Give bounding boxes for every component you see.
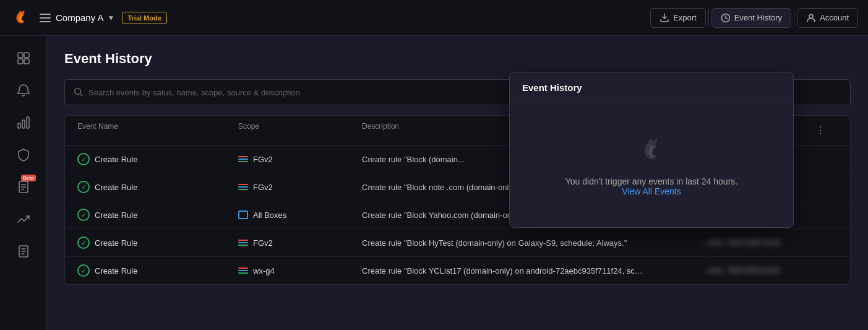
panel-logo-icon (635, 134, 668, 167)
svg-rect-9 (18, 123, 20, 128)
panel-title: Event History (510, 72, 793, 103)
event-name-cell: ✓ Create Rule (77, 237, 238, 249)
svg-rect-1 (40, 17, 51, 19)
col-scope: Scope (238, 122, 362, 139)
list-icon (18, 180, 29, 194)
success-icon: ✓ (77, 181, 90, 193)
trend-icon (17, 212, 30, 226)
account-button[interactable]: Account (797, 8, 858, 28)
scope-cell: FGv2 (238, 238, 362, 248)
navbar-actions: Export Event History Account (650, 8, 858, 28)
sidebar-item-beta[interactable]: Beta (9, 172, 38, 202)
description-cell: Create rule "Block YCList17 (domain-only… (362, 266, 647, 276)
scope-box-icon (238, 211, 248, 219)
panel-body: You didn't trigger any events in last 24… (510, 103, 793, 227)
event-name-label: Create Rule (95, 238, 137, 248)
event-name-cell: ✓ Create Rule (77, 209, 238, 221)
scope-label: FGv2 (253, 183, 273, 192)
export-button[interactable]: Export (650, 8, 706, 28)
table-row: ✓ Create Rule wx-g4 Create rule "Block Y… (65, 257, 850, 284)
sidebar-item-notifications[interactable] (9, 76, 38, 105)
scope-label: FGv2 (253, 238, 273, 248)
event-history-icon (721, 13, 731, 23)
page-title: Event History (64, 51, 851, 67)
svg-rect-11 (27, 117, 29, 128)
export-label: Export (673, 13, 697, 22)
event-name-label: Create Rule (95, 266, 137, 276)
scope-cell: wx-g4 (238, 266, 362, 276)
sidebar-item-reports[interactable] (9, 108, 38, 137)
view-all-events-link[interactable]: View All Events (622, 186, 681, 196)
svg-rect-6 (24, 53, 29, 58)
document-icon (18, 245, 29, 258)
event-name-cell: ✓ Create Rule (77, 153, 238, 165)
panel-message: You didn't trigger any events in last 24… (565, 176, 737, 196)
main-layout: Beta Event History (0, 36, 868, 330)
chevron-down-icon: ▼ (108, 14, 115, 22)
svg-rect-8 (24, 59, 29, 64)
event-name-label: Create Rule (95, 155, 137, 164)
success-icon: ✓ (77, 209, 90, 221)
export-icon (660, 13, 669, 23)
svg-rect-5 (18, 53, 23, 58)
scope-cell: All Boxes (238, 211, 362, 220)
event-name-label: Create Rule (95, 211, 137, 220)
company-selector[interactable]: Company A ▼ (40, 12, 114, 23)
description-cell: Create rule "Block HyTest (domain-only) … (362, 238, 647, 248)
shield-icon (17, 148, 30, 162)
scope-label: wx-g4 (253, 266, 275, 276)
scope-label: All Boxes (253, 211, 286, 220)
scope-lines-icon (238, 156, 248, 162)
svg-rect-2 (40, 21, 51, 22)
event-name-cell: ✓ Create Rule (77, 181, 238, 193)
table-more-button[interactable]: ⋮ (813, 122, 828, 139)
trial-mode-badge: Trial Mode (122, 12, 166, 24)
dashboard-icon (17, 51, 30, 65)
svg-point-4 (809, 14, 813, 18)
col-event: Event Name (77, 122, 238, 139)
success-icon: ✓ (77, 237, 90, 249)
panel-message-text: You didn't trigger any events in last 24… (565, 176, 737, 186)
app-logo (10, 7, 32, 29)
account-label: Account (820, 13, 849, 22)
scope-lines-icon (238, 267, 248, 274)
event-name-label: Create Rule (95, 183, 137, 192)
content-area: Event History Event Name Scope Descripti… (47, 36, 868, 330)
scope-lines-icon (238, 240, 248, 246)
navbar-divider-2 (794, 9, 794, 27)
event-history-nav-label: Event History (734, 13, 782, 22)
success-icon: ✓ (77, 153, 90, 165)
time-cell: ...ords, 7000 8000 8100 (702, 266, 813, 275)
chart-icon (17, 116, 30, 129)
success-icon: ✓ (77, 264, 90, 277)
navbar: Company A ▼ Trial Mode Export Event Hist… (0, 0, 868, 36)
account-icon (806, 13, 816, 23)
scope-lines-icon (238, 184, 248, 190)
company-name: Company A (56, 12, 104, 23)
scope-label: FGv2 (253, 155, 273, 164)
col-actions: ⋮ (813, 122, 838, 139)
event-history-nav-button[interactable]: Event History (711, 8, 791, 28)
search-icon (74, 87, 84, 97)
time-cell: ...ords, 7000 8000 8100 (702, 238, 813, 247)
event-name-cell: ✓ Create Rule (77, 264, 238, 277)
sidebar-item-analytics[interactable] (9, 204, 38, 234)
sidebar-item-security[interactable] (9, 140, 38, 170)
sidebar-item-documents[interactable] (9, 237, 38, 266)
table-row: ✓ Create Rule FGv2 Create rule "Block Hy… (65, 229, 850, 257)
sidebar: Beta (0, 36, 47, 330)
sidebar-item-dashboard[interactable] (9, 43, 38, 73)
scope-cell: FGv2 (238, 155, 362, 164)
svg-rect-7 (18, 59, 23, 64)
svg-rect-0 (40, 14, 51, 15)
navbar-divider (708, 9, 709, 27)
scope-cell: FGv2 (238, 183, 362, 192)
event-history-panel: Event History You didn't trigger any eve… (509, 72, 794, 228)
bell-icon (17, 84, 30, 97)
svg-rect-10 (22, 120, 25, 128)
beta-badge-label: Beta (21, 175, 35, 181)
